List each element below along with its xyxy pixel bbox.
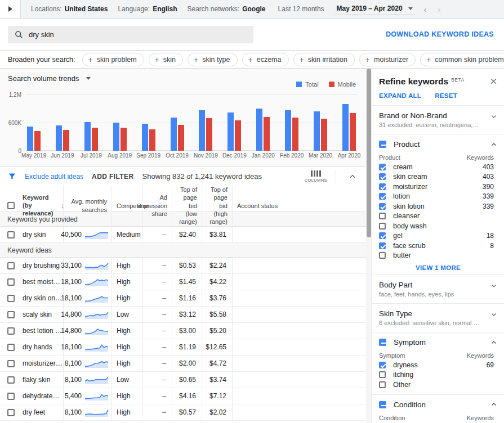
language-setting[interactable]: Language: English (118, 5, 177, 13)
row-checkbox[interactable] (7, 262, 15, 269)
expand-panel-button[interactable] (0, 0, 21, 18)
date-range-dropdown[interactable]: May 2019 – Apr 2020 (334, 3, 415, 15)
row-checkbox[interactable] (7, 344, 15, 351)
expand-all-button[interactable]: EXPAND ALL (379, 92, 421, 99)
product-item-face-scrub[interactable]: face scrub8 (372, 241, 504, 251)
product-checkbox[interactable] (379, 193, 386, 200)
section-skin-type[interactable]: Skin Type 6 excluded: sensitive skin, no… (372, 304, 504, 332)
section-brand-or-non-brand[interactable]: Brand or Non-Brand 31 excluded: eucerin,… (372, 106, 504, 134)
row-checkbox[interactable] (7, 376, 15, 384)
row-checkbox[interactable] (7, 327, 15, 335)
section-condition[interactable]: Condition (372, 395, 504, 410)
header-account-status[interactable]: Account status (232, 186, 366, 226)
table-scrollbar[interactable] (366, 69, 372, 423)
symptom-item-Other[interactable]: Other (372, 380, 504, 390)
networks-value: Google (242, 5, 265, 13)
table-row[interactable]: dry skin on face18,100High–$1.16$3.76 (0, 290, 366, 307)
row-checkbox[interactable] (7, 295, 15, 302)
product-checkbox[interactable] (379, 164, 386, 170)
symptom-checkbox[interactable] (379, 371, 386, 378)
row-checkbox[interactable] (7, 409, 15, 416)
symptom-checkbox[interactable] (379, 381, 386, 388)
bar-group-jan-2020: Jan 2020 (256, 94, 270, 151)
symptom-indeterminate-checkbox[interactable] (379, 339, 386, 346)
bar-mobile (92, 128, 98, 151)
table-row[interactable]: dehydrated skin5,400High–$4.16$7.12 (0, 388, 366, 404)
broaden-chip-skin[interactable]: +skin (149, 53, 183, 66)
prev-period-button[interactable]: ‹ (424, 4, 427, 14)
section-body-part[interactable]: Body Part face, feet, hands, eyes, lips (372, 275, 504, 303)
table-row[interactable]: dry hands18,100High–$1.19$12.65 (0, 339, 366, 356)
product-item-cleanser[interactable]: cleanser (372, 212, 504, 222)
scrollbar-thumb[interactable] (367, 69, 371, 237)
download-keyword-ideas-button[interactable]: DOWNLOAD KEYWORD IDEAS (386, 30, 494, 38)
broaden-chip-moisturizer[interactable]: +moisturizer (359, 53, 416, 66)
product-item-skin-cream[interactable]: skin cream403 (372, 172, 504, 182)
product-item-moisturizer[interactable]: moisturizer390 (372, 182, 504, 192)
collapse-table-button[interactable] (345, 173, 360, 180)
bar-mobile (149, 129, 155, 151)
broaden-chip-skin-type[interactable]: +skin type (188, 53, 238, 66)
product-item-skin-lotion[interactable]: skin lotion339 (372, 201, 504, 212)
broaden-chip-skin-problem[interactable]: +skin problem (82, 53, 144, 66)
bid-low-cell: $4.16 (172, 388, 202, 404)
product-checkbox[interactable] (379, 232, 386, 239)
row-checkbox[interactable] (7, 393, 15, 400)
columns-button[interactable]: COLUMNS (305, 170, 327, 183)
row-checkbox[interactable] (7, 311, 15, 318)
row-checkbox[interactable] (7, 360, 15, 367)
broaden-chip-common-skin-problem[interactable]: +common skin problem (420, 53, 504, 66)
condition-indeterminate-checkbox[interactable] (379, 401, 386, 408)
product-indeterminate-checkbox[interactable] (379, 141, 386, 148)
table-row[interactable]: scaly skin14,800Low–$3.12$5.58 (0, 307, 366, 323)
settings-toolbar: Locations: United States Language: Engli… (0, 0, 504, 19)
add-filter-button[interactable]: ADD FILTER (92, 173, 133, 181)
table-row[interactable]: best lotion for dry skin14,800High–$3.00… (0, 323, 366, 339)
product-item-cream[interactable]: cream403 (372, 162, 504, 172)
broaden-chip-skin-irritation[interactable]: +skin irritation (293, 53, 355, 66)
table-row[interactable]: flaky skin8,100Low–$0.65$3.74 (0, 372, 366, 388)
section-product[interactable]: Product (372, 134, 504, 150)
plus-icon: + (88, 56, 93, 64)
header-ad-impression-share[interactable]: Ad impression share (142, 186, 172, 226)
product-checkbox[interactable] (379, 173, 386, 180)
table-row[interactable]: dry skin40,500Medium–$2.40$3.81 (0, 227, 366, 243)
product-item-butter[interactable]: butter (372, 251, 504, 261)
networks-setting[interactable]: Search networks: Google (187, 5, 265, 13)
legend-item-total: Total (296, 81, 318, 88)
product-checkbox[interactable] (379, 213, 386, 219)
symptom-item-itching[interactable]: itching (372, 370, 504, 380)
broaden-chip-eczema[interactable]: +eczema (242, 53, 289, 66)
product-item-body-wash[interactable]: body wash (372, 221, 504, 231)
view-more-button[interactable]: VIEW 1 MORE (372, 260, 504, 273)
product-checkbox[interactable] (379, 203, 386, 210)
bid-low-cell: $3.00 (172, 323, 202, 339)
table-row[interactable]: dry brushing33,100High–$0.53$2.24 (0, 258, 366, 274)
section-symptom[interactable]: Symptom (372, 332, 504, 348)
table-row[interactable]: dry feet8,100High–$0.57$2.02 (0, 404, 366, 421)
reset-button[interactable]: RESET (435, 92, 457, 99)
product-checkbox[interactable] (379, 242, 386, 249)
locations-label: Locations: (31, 5, 62, 13)
row-checkbox[interactable] (7, 231, 15, 238)
exclude-adult-ideas-link[interactable]: Exclude adult ideas (25, 173, 83, 181)
account-status-cell (232, 258, 366, 273)
product-checkbox[interactable] (379, 183, 386, 190)
locations-setting[interactable]: Locations: United States (31, 5, 108, 13)
header-top-of-page-bid-low[interactable]: Top of page bid (low range) (172, 186, 202, 226)
select-all-checkbox[interactable] (7, 202, 15, 209)
chart-type-dropdown[interactable]: Search volume trends (8, 74, 91, 83)
table-row[interactable]: best moisturizer for dry ...18,100High–$… (0, 274, 366, 290)
product-checkbox[interactable] (379, 252, 386, 259)
product-checkbox[interactable] (379, 223, 386, 230)
product-item-gel[interactable]: gel18 (372, 231, 504, 241)
product-item-lotion[interactable]: lotion339 (372, 192, 504, 202)
symptom-item-dryness[interactable]: dryness69 (372, 360, 504, 370)
header-top-of-page-bid-high[interactable]: Top of page bid (high range) (202, 186, 232, 226)
symptom-checkbox[interactable] (379, 362, 386, 368)
close-panel-button[interactable] (490, 76, 497, 85)
row-checkbox[interactable] (7, 278, 15, 286)
table-row[interactable]: moisturizer for dry skin8,100High–$2.00$… (0, 356, 366, 372)
next-period-button[interactable]: › (438, 4, 441, 14)
keyword-search-input[interactable]: dry skin (8, 26, 253, 43)
